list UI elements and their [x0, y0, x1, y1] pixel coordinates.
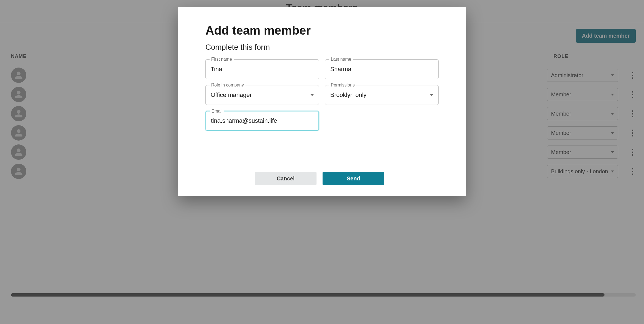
- first-name-input[interactable]: [211, 66, 314, 73]
- chevron-down-icon: [310, 94, 314, 96]
- last-name-input[interactable]: [330, 66, 433, 73]
- modal-actions: Cancel Send: [255, 172, 439, 185]
- last-name-label: Last name: [329, 57, 353, 62]
- role-label: Role in company: [210, 83, 245, 88]
- modal-form: First name Last name Role in company Off…: [205, 59, 439, 131]
- chevron-down-icon: [430, 94, 433, 96]
- email-label: Email: [210, 109, 224, 114]
- modal-subtitle: Complete this form: [205, 43, 439, 52]
- email-field-wrapper: Email: [205, 111, 319, 131]
- first-name-field-wrapper: First name: [205, 59, 319, 79]
- permissions-field-wrapper: Permissions Brooklyn only: [325, 85, 439, 105]
- role-field-wrapper: Role in company Office manager: [205, 85, 319, 105]
- modal-title: Add team member: [205, 24, 439, 37]
- modal-backdrop[interactable]: Add team member Complete this form First…: [0, 0, 644, 324]
- add-team-member-modal: Add team member Complete this form First…: [178, 7, 466, 196]
- send-button[interactable]: Send: [323, 172, 384, 185]
- role-in-company-select[interactable]: Office manager: [211, 91, 314, 99]
- permissions-select[interactable]: Brooklyn only: [330, 91, 433, 99]
- email-input[interactable]: [211, 117, 313, 124]
- last-name-field-wrapper: Last name: [325, 59, 439, 79]
- role-select-value: Office manager: [211, 91, 252, 99]
- permissions-label: Permissions: [329, 83, 356, 88]
- first-name-label: First name: [210, 57, 234, 62]
- cancel-button[interactable]: Cancel: [255, 172, 317, 185]
- permissions-select-value: Brooklyn only: [330, 91, 366, 99]
